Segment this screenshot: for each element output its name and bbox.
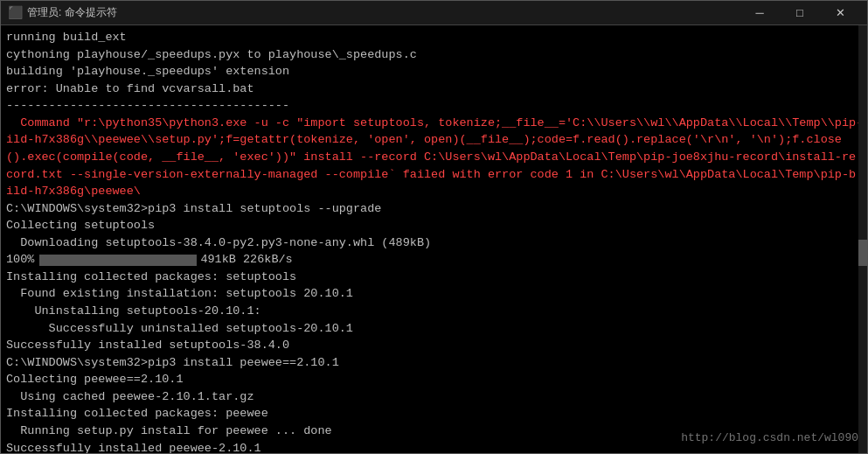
terminal-line: C:\WINDOWS\system32>pip3 install setupto…: [6, 200, 862, 218]
terminal-line: cythoning playhouse/_speedups.pyx to pla…: [6, 46, 862, 64]
terminal-line: Successfully installed setuptools-38.4.0: [6, 337, 862, 354]
terminal-line: ild-h7x386g\\peewee\\setup.py';f=getattr…: [6, 131, 862, 149]
terminal-line: Installing collected packages: setuptool…: [6, 269, 862, 286]
terminal-line: Collecting peewee==2.10.1: [6, 371, 862, 388]
app-icon: ⬛: [8, 6, 22, 20]
terminal-line: Found existing installation: setuptools …: [6, 285, 862, 303]
terminal-body: running build_extcythoning playhouse/_sp…: [1, 25, 867, 453]
terminal-output: running build_extcythoning playhouse/_sp…: [6, 29, 862, 453]
cmd-window: ⬛ 管理员: 命令提示符 ─ □ ✕ running build_extcyth…: [0, 0, 868, 454]
terminal-line: ild-h7x386g\peewee\: [6, 183, 862, 200]
window-controls: ─ □ ✕: [740, 1, 860, 25]
terminal-line: ().exec(compile(code, __file__, 'exec'))…: [6, 149, 862, 166]
scrollbar[interactable]: [858, 25, 867, 453]
terminal-line: building 'playhouse._speedups' extension: [6, 63, 862, 80]
terminal-line: Downloading setuptools-38.4.0-py2.py3-no…: [6, 234, 862, 252]
terminal-line: Successfully uninstalled setuptools-20.1…: [6, 320, 862, 338]
title-bar: ⬛ 管理员: 命令提示符 ─ □ ✕: [1, 1, 867, 25]
terminal-line: Uninstalling setuptools-20.10.1:: [6, 303, 862, 320]
scrollbar-thumb[interactable]: [858, 240, 867, 266]
close-button[interactable]: ✕: [820, 1, 860, 25]
terminal-line: Using cached peewee-2.10.1.tar.gz: [6, 388, 862, 406]
window-title: 管理员: 命令提示符: [27, 5, 740, 20]
maximize-button[interactable]: □: [780, 1, 820, 25]
progress-line: 100% 491kB 226kB/s: [6, 251, 862, 269]
terminal-line: ----------------------------------------: [6, 97, 862, 115]
terminal-line: Installing collected packages: peewee: [6, 405, 862, 423]
watermark: http://blog.csdn.net/wl090: [681, 431, 858, 444]
terminal-line: running build_ext: [6, 29, 862, 46]
terminal-line: cord.txt --single-version-externally-man…: [6, 166, 862, 184]
minimize-button[interactable]: ─: [740, 1, 780, 25]
terminal-line: Command "r:\python35\python3.exe -u -c "…: [6, 115, 862, 132]
terminal-line: error: Unable to find vcvarsall.bat: [6, 80, 862, 98]
terminal-line: Collecting setuptools: [6, 217, 862, 234]
terminal-line: C:\WINDOWS\system32>pip3 install peewee=…: [6, 354, 862, 372]
